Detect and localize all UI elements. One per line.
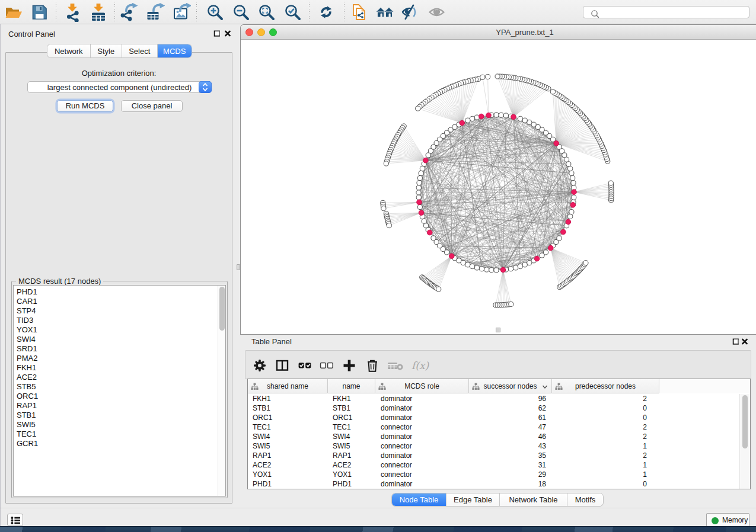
toolbar-separator (114, 2, 115, 22)
search-input[interactable] (583, 6, 749, 18)
close-window-button[interactable] (741, 338, 748, 345)
export-image-icon[interactable] (172, 3, 191, 22)
mcds-result-list[interactable]: PHD1CAR1STP4TID3YOX1SWI4SRD1PMA2FKH1ACE2… (13, 285, 226, 496)
column-header-shared-name[interactable]: shared name (248, 379, 328, 393)
sort-indicator-icon (542, 384, 548, 389)
mcds-result-item[interactable]: ORC1 (14, 392, 217, 401)
export-table-icon[interactable] (146, 3, 165, 22)
cell-successor-nodes: 35 (469, 451, 552, 460)
mcds-result-title: MCDS result (17 nodes) (16, 277, 103, 286)
zoom-out-icon[interactable] (232, 3, 251, 22)
open-file-icon[interactable] (4, 3, 23, 22)
horizontal-splitter-grip[interactable] (496, 328, 500, 332)
table-row[interactable]: ACE2ACE2connector311 (248, 460, 739, 470)
cell-MCDS-role: connector (375, 422, 469, 432)
tab-node-table[interactable]: Node Table (392, 493, 446, 506)
cell-MCDS-role: connector (375, 460, 469, 470)
save-session-icon[interactable] (30, 3, 49, 22)
criterion-select[interactable]: largest connected component (undirected) (27, 81, 212, 93)
close-window-button[interactable] (224, 30, 231, 37)
vertical-splitter-grip[interactable] (237, 264, 240, 270)
import-table-icon[interactable] (89, 3, 108, 22)
close-traffic-light[interactable] (245, 28, 253, 36)
table-row[interactable]: PHD1PHD1dominator180 (248, 479, 739, 489)
column-type-icon (378, 383, 386, 390)
run-mcds-button[interactable]: Run MCDS (57, 100, 113, 112)
memory-button-label: Memory (722, 516, 748, 524)
mcds-result-item[interactable]: TEC1 (14, 430, 217, 439)
minimize-traffic-light[interactable] (257, 28, 265, 36)
split-panel-icon[interactable] (275, 358, 290, 373)
scrollbar-thumb[interactable] (219, 287, 225, 331)
cell-predecessor-nodes: 2 (552, 394, 659, 403)
zoom-selected-icon[interactable] (283, 3, 302, 22)
task-history-button[interactable] (7, 514, 23, 526)
mcds-result-item[interactable]: ACE2 (14, 373, 217, 382)
add-column-icon[interactable] (342, 358, 357, 373)
scrollbar-thumb[interactable] (742, 395, 748, 448)
delete-column-icon[interactable] (365, 358, 380, 373)
table-row[interactable]: RAP1RAP1dominator352 (248, 451, 739, 460)
mcds-result-item[interactable]: STP4 (14, 306, 217, 316)
show-all-icon[interactable] (428, 3, 446, 22)
network-canvas[interactable] (241, 40, 756, 334)
deselect-all-icon[interactable] (319, 358, 334, 373)
mcds-result-item[interactable]: CAR1 (14, 297, 217, 306)
mcds-result-item[interactable]: SWI4 (14, 335, 217, 344)
table-row[interactable]: TEC1TEC1connector472 (248, 422, 739, 432)
column-header-MCDS-role[interactable]: MCDS role (375, 379, 469, 393)
mcds-result-item[interactable]: TID3 (14, 316, 217, 325)
memory-button[interactable]: Memory (706, 513, 749, 527)
mcds-result-item[interactable]: GCR1 (14, 439, 217, 448)
mcds-result-item[interactable]: YOX1 (14, 325, 217, 335)
column-type-icon (472, 383, 480, 390)
column-settings-icon[interactable] (252, 358, 267, 373)
cell-predecessor-nodes: 1 (552, 470, 659, 479)
column-header-label: name (342, 382, 360, 390)
tab-select[interactable]: Select (122, 44, 158, 57)
tab-style[interactable]: Style (91, 44, 123, 57)
column-header-successor-nodes[interactable]: successor nodes (469, 379, 552, 393)
import-network-icon[interactable] (63, 3, 82, 22)
zoom-fit-icon[interactable] (257, 3, 276, 22)
table-row[interactable]: YOX1YOX1connector291 (248, 470, 739, 479)
mcds-result-item[interactable]: PHD1 (14, 287, 217, 297)
tab-network-table[interactable]: Network Table (500, 493, 567, 506)
mcds-result-item[interactable]: FKH1 (14, 363, 217, 373)
hide-selected-icon[interactable] (401, 3, 420, 22)
mcds-list-scrollbar[interactable] (218, 286, 225, 496)
mcds-result-item[interactable]: PMA2 (14, 354, 217, 363)
tab-motifs[interactable]: Motifs (567, 493, 603, 506)
export-network-icon[interactable] (120, 3, 139, 22)
cell-shared-name: SWI5 (248, 441, 328, 451)
mcds-result-item[interactable]: RAP1 (14, 401, 217, 411)
tab-network[interactable]: Network (47, 44, 91, 57)
cell-shared-name: FKH1 (248, 394, 328, 403)
apply-layout-icon[interactable] (317, 3, 336, 22)
maximize-traffic-light[interactable] (269, 28, 277, 36)
table-scrollbar[interactable] (739, 394, 750, 489)
select-all-icon[interactable] (297, 358, 312, 373)
table-toolbar: f(x) (245, 350, 751, 379)
close-panel-button[interactable]: Close panel (121, 100, 183, 112)
network-graph[interactable] (241, 40, 756, 334)
column-header-name[interactable]: name (328, 379, 375, 393)
tab-edge-table[interactable]: Edge Table (446, 493, 500, 506)
float-window-button[interactable] (732, 338, 739, 345)
table-row[interactable]: SWI4SWI4dominator462 (248, 432, 739, 441)
mcds-result-item[interactable]: SWI5 (14, 420, 217, 430)
zoom-in-icon[interactable] (206, 3, 225, 22)
float-window-button[interactable] (213, 30, 221, 37)
duplicate-network-icon[interactable] (350, 3, 369, 22)
table-row[interactable]: STB1STB1dominator620 (248, 403, 739, 413)
table-row[interactable]: SWI5SWI5connector431 (248, 441, 739, 451)
first-neighbors-icon[interactable] (375, 3, 394, 22)
mcds-result-item[interactable]: SRD1 (14, 344, 217, 354)
mcds-result-item[interactable]: STB1 (14, 411, 217, 420)
mcds-result-item[interactable]: STB5 (14, 382, 217, 392)
table-row[interactable]: FKH1FKH1dominator962 (248, 394, 739, 403)
column-header-predecessor-nodes[interactable]: predecessor nodes (552, 379, 659, 393)
cell-successor-nodes: 18 (469, 479, 552, 489)
table-row[interactable]: ORC1ORC1dominator610 (248, 413, 739, 422)
tab-mcds[interactable]: MCDS (158, 44, 192, 57)
